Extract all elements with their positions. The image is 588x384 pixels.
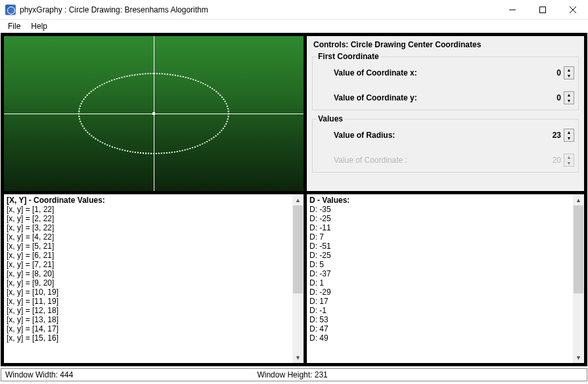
- values-group: Values Value of Radius: 23 ▲▼ Value of C…: [312, 114, 579, 173]
- list-item[interactable]: D: 47: [309, 324, 581, 333]
- list-item[interactable]: D: -29: [309, 288, 581, 297]
- x-stepper[interactable]: ▲▼: [564, 66, 574, 79]
- d-values-list: D: -35D: -25D: -11D: 7D: -51D: -25D: 5D:…: [307, 205, 584, 343]
- chevron-down-icon: ▼: [564, 160, 574, 166]
- list-item[interactable]: [x, y] = [13, 18]: [7, 315, 301, 324]
- x-label: Value of Coordinate x:: [334, 68, 537, 77]
- coordinate-scrollbar[interactable]: ▲ ▼: [292, 194, 304, 363]
- list-item[interactable]: [x, y] = [11, 19]: [7, 297, 301, 306]
- svg-rect-1: [540, 7, 546, 12]
- y-label: Value of Coordinate y:: [334, 93, 537, 102]
- drawing-canvas: [4, 36, 304, 191]
- statusbar: Window Width: 444 Window Height: 231: [1, 368, 587, 381]
- chevron-up-icon: ▲: [564, 154, 574, 160]
- list-item[interactable]: [x, y] = [5, 21]: [7, 242, 301, 251]
- list-item[interactable]: D: -37: [309, 269, 581, 278]
- list-item[interactable]: [x, y] = [12, 18]: [7, 306, 301, 315]
- coordinate-list: [x, y] = [1, 22][x, y] = [2, 22][x, y] =…: [4, 205, 304, 343]
- disabled-coord-label: Value of Coordinate :: [334, 156, 537, 165]
- list-item[interactable]: D: -35: [309, 205, 581, 214]
- list-item[interactable]: [x, y] = [9, 20]: [7, 278, 301, 288]
- disabled-coord-value: 20: [537, 156, 564, 165]
- list-item[interactable]: D: -11: [309, 223, 581, 232]
- chevron-up-icon: ▲: [564, 67, 574, 73]
- radius-value: 23: [537, 131, 564, 140]
- list-item[interactable]: [x, y] = [1, 22]: [7, 205, 301, 214]
- list-item[interactable]: D: 49: [309, 333, 581, 343]
- first-coordinate-legend: First Coordinate: [317, 52, 380, 61]
- menu-help[interactable]: Help: [26, 20, 53, 32]
- scroll-thumb[interactable]: [293, 205, 303, 293]
- list-item[interactable]: [x, y] = [8, 20]: [7, 269, 301, 278]
- scroll-up-icon: ▲: [292, 194, 304, 205]
- chevron-down-icon: ▼: [564, 135, 574, 141]
- center-point: [152, 112, 155, 115]
- list-item[interactable]: [x, y] = [6, 21]: [7, 251, 301, 260]
- scroll-track: [573, 205, 584, 352]
- radius-label: Value of Radius:: [334, 131, 537, 140]
- main-frame: Controls: Circle Drawing Center Coordina…: [1, 33, 587, 366]
- list-item[interactable]: [x, y] = [15, 16]: [7, 333, 301, 343]
- coordinate-list-pane: [X, Y] - Coordinate Values: [x, y] = [1,…: [4, 194, 304, 363]
- coordinate-list-title: [X, Y] - Coordinate Values:: [4, 194, 304, 205]
- list-item[interactable]: D: -51: [309, 242, 581, 251]
- disabled-coord-stepper: ▲▼: [564, 154, 574, 167]
- d-values-title: D - Values:: [307, 194, 584, 205]
- menu-file[interactable]: File: [3, 20, 26, 32]
- status-window-width: Window Width: 444: [5, 370, 73, 379]
- list-item[interactable]: [x, y] = [4, 22]: [7, 232, 301, 242]
- radius-stepper[interactable]: ▲▼: [564, 129, 574, 142]
- values-legend: Values: [317, 114, 344, 123]
- close-button[interactable]: [558, 0, 588, 20]
- d-scrollbar[interactable]: ▲ ▼: [573, 194, 584, 363]
- list-item[interactable]: D: 53: [309, 315, 581, 324]
- controls-panel: Controls: Circle Drawing Center Coordina…: [307, 36, 584, 191]
- controls-title: Controls: Circle Drawing Center Coordina…: [313, 40, 579, 49]
- list-item[interactable]: D: 7: [309, 232, 581, 242]
- app-icon: [5, 5, 16, 15]
- titlebar: phyxGraphy : Circle Drawing: Bresenhams …: [0, 0, 588, 20]
- scroll-track: [292, 205, 304, 352]
- y-stepper[interactable]: ▲▼: [564, 91, 574, 104]
- scroll-down-icon: ▼: [292, 352, 304, 363]
- list-item[interactable]: D: 1: [309, 278, 581, 288]
- d-values-pane: D - Values: D: -35D: -25D: -11D: 7D: -51…: [307, 194, 584, 363]
- window-title: phyxGraphy : Circle Drawing: Bresenhams …: [20, 5, 497, 14]
- menubar: File Help: [0, 20, 588, 33]
- chevron-down-icon: ▼: [564, 73, 574, 79]
- list-item[interactable]: D: -25: [309, 214, 581, 223]
- chevron-up-icon: ▲: [564, 92, 574, 98]
- scroll-up-icon: ▲: [573, 194, 584, 205]
- list-item[interactable]: D: -1: [309, 306, 581, 315]
- list-item[interactable]: [x, y] = [7, 21]: [7, 260, 301, 269]
- minimize-button[interactable]: [497, 0, 528, 20]
- chevron-down-icon: ▼: [564, 98, 574, 104]
- maximize-button[interactable]: [528, 0, 558, 20]
- status-window-height: Window Height: 231: [257, 370, 327, 379]
- list-item[interactable]: [x, y] = [10, 19]: [7, 288, 301, 297]
- list-item[interactable]: D: 17: [309, 297, 581, 306]
- list-item[interactable]: [x, y] = [2, 22]: [7, 214, 301, 223]
- chevron-up-icon: ▲: [564, 129, 574, 135]
- list-item[interactable]: D: 5: [309, 260, 581, 269]
- list-item[interactable]: [x, y] = [3, 22]: [7, 223, 301, 232]
- list-item[interactable]: D: -25: [309, 251, 581, 260]
- list-item[interactable]: [x, y] = [14, 17]: [7, 324, 301, 333]
- scroll-down-icon: ▼: [573, 352, 584, 363]
- first-coordinate-group: First Coordinate Value of Coordinate x: …: [312, 52, 579, 110]
- x-value: 0: [537, 68, 564, 77]
- scroll-thumb[interactable]: [574, 205, 583, 293]
- y-value: 0: [537, 93, 564, 102]
